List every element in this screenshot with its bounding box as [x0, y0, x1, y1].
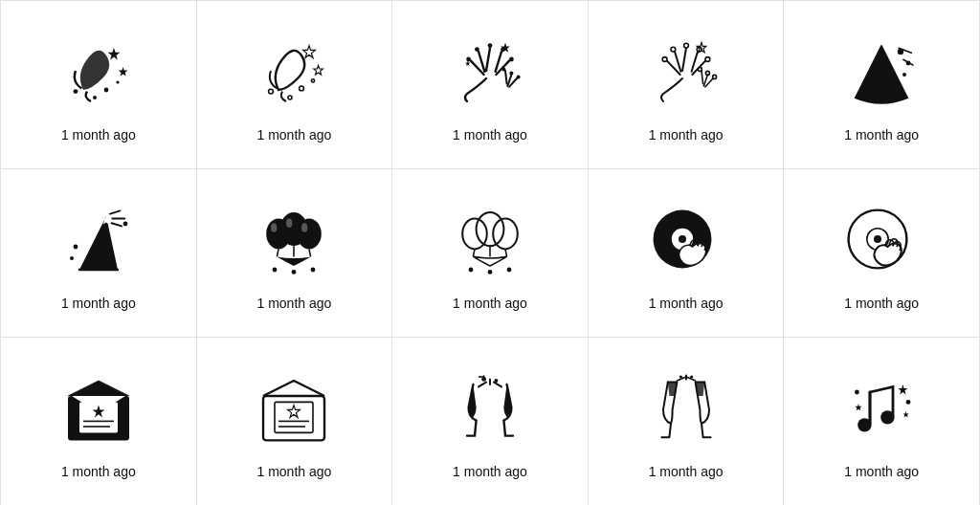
fireworks-solid-icon: [447, 32, 533, 118]
svg-point-73: [488, 270, 493, 274]
list-item[interactable]: 1 month ago: [1, 169, 197, 338]
svg-marker-9: [314, 65, 323, 75]
party-hat-tilted-icon: [56, 200, 142, 286]
list-item[interactable]: 1 month ago: [589, 1, 785, 169]
item-label: 1 month ago: [649, 464, 724, 479]
svg-point-4: [103, 87, 108, 92]
svg-point-62: [298, 218, 323, 249]
svg-marker-3: [119, 67, 128, 77]
svg-point-5: [116, 80, 119, 83]
item-label: 1 month ago: [844, 127, 919, 143]
svg-line-24: [505, 71, 507, 84]
svg-line-12: [486, 48, 490, 71]
svg-marker-88: [288, 405, 301, 417]
svg-point-70: [477, 212, 504, 246]
item-label: 1 month ago: [256, 127, 331, 143]
item-label: 1 month ago: [649, 296, 724, 311]
svg-point-39: [705, 56, 710, 61]
svg-point-18: [475, 47, 479, 52]
item-label: 1 month ago: [844, 296, 919, 311]
svg-point-26: [509, 71, 513, 75]
svg-point-37: [662, 56, 667, 61]
svg-point-7: [288, 96, 292, 99]
list-item[interactable]: 1 month ago: [784, 1, 980, 169]
item-label: 1 month ago: [61, 127, 136, 143]
svg-marker-105: [899, 384, 908, 394]
svg-point-35: [683, 43, 688, 48]
cd-hand-outline-icon: [838, 200, 924, 286]
svg-point-80: [874, 235, 881, 243]
fireworks-outline-icon: [643, 32, 729, 118]
svg-point-19: [466, 56, 471, 61]
svg-point-10: [300, 86, 304, 91]
svg-point-67: [286, 218, 292, 228]
svg-point-65: [311, 267, 316, 272]
item-label: 1 month ago: [256, 296, 331, 311]
svg-point-109: [906, 400, 911, 405]
svg-line-96: [494, 382, 501, 386]
list-item[interactable]: 1 month ago: [1, 1, 197, 169]
svg-point-21: [509, 56, 514, 61]
svg-point-44: [705, 71, 709, 75]
icon-grid: 1 month ago 1 month ago: [0, 0, 980, 505]
svg-point-27: [501, 67, 505, 71]
svg-line-95: [479, 382, 486, 386]
svg-marker-106: [856, 404, 862, 410]
svg-point-74: [507, 267, 512, 272]
svg-point-28: [517, 75, 521, 78]
svg-marker-107: [903, 411, 909, 417]
svg-line-55: [111, 223, 121, 226]
item-label: 1 month ago: [453, 464, 527, 479]
item-label: 1 month ago: [256, 464, 331, 479]
svg-line-30: [682, 48, 686, 71]
svg-point-45: [698, 67, 702, 71]
item-label: 1 month ago: [649, 127, 724, 143]
envelope-star-solid-icon: [56, 368, 142, 454]
list-item[interactable]: 1 month ago: [589, 169, 785, 338]
svg-line-53: [110, 210, 120, 213]
confetti-stars-outline-icon: [251, 32, 337, 118]
item-label: 1 month ago: [61, 296, 136, 311]
svg-point-1: [93, 96, 97, 99]
svg-point-108: [855, 389, 859, 394]
champagne-clinking-solid-icon: [447, 368, 533, 454]
list-item[interactable]: 1 month ago: [197, 338, 393, 505]
music-notes-icon: [838, 368, 924, 454]
svg-point-6: [269, 89, 274, 94]
list-item[interactable]: 1 month ago: [392, 338, 589, 505]
confetti-stars-solid-icon: [56, 32, 142, 118]
party-hat-solid-icon: [838, 32, 924, 118]
svg-point-57: [73, 244, 78, 249]
svg-point-77: [679, 235, 686, 243]
svg-point-63: [273, 267, 278, 272]
svg-point-103: [858, 418, 871, 431]
svg-marker-8: [303, 45, 316, 57]
svg-point-68: [301, 223, 307, 232]
list-item[interactable]: 1 month ago: [1, 338, 197, 505]
svg-point-0: [73, 89, 78, 94]
balloons-outline-icon: [447, 200, 533, 286]
item-label: 1 month ago: [844, 464, 919, 479]
svg-point-102: [690, 375, 693, 378]
svg-point-11: [312, 78, 315, 81]
svg-point-58: [70, 256, 74, 260]
list-item[interactable]: 1 month ago: [784, 338, 980, 505]
balloons-solid-icon: [251, 200, 337, 286]
champagne-outline-icon: [643, 368, 729, 454]
vinyl-hand-solid-icon: [643, 200, 729, 286]
svg-point-101: [679, 375, 681, 378]
item-label: 1 month ago: [453, 296, 527, 311]
list-item[interactable]: 1 month ago: [589, 338, 785, 505]
item-label: 1 month ago: [453, 127, 527, 143]
svg-point-64: [292, 270, 297, 274]
list-item[interactable]: 1 month ago: [392, 1, 589, 169]
svg-point-36: [671, 47, 676, 52]
list-item[interactable]: 1 month ago: [392, 169, 589, 338]
list-item[interactable]: 1 month ago: [197, 169, 393, 338]
svg-line-42: [702, 71, 703, 84]
list-item[interactable]: 1 month ago: [197, 1, 393, 169]
svg-point-72: [469, 267, 474, 272]
list-item[interactable]: 1 month ago: [784, 169, 980, 338]
svg-point-66: [271, 223, 277, 232]
svg-point-104: [880, 410, 894, 424]
